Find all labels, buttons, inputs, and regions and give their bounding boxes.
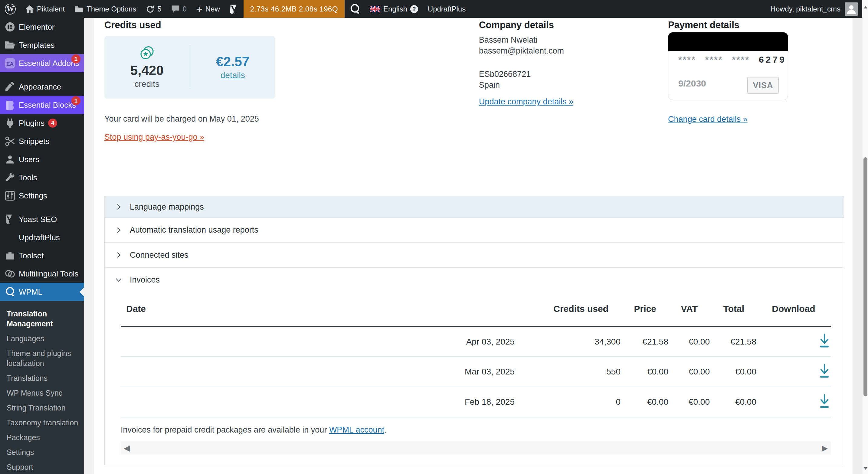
stop-pay-as-you-go-link[interactable]: Stop using pay-as-you-go » <box>104 132 204 142</box>
invoice-date: Apr 03, 2025 <box>121 326 515 357</box>
invoice-total: €21.58 <box>710 326 756 357</box>
submenu-item-taxonomy-translation[interactable]: Taxonomy translation <box>0 415 84 430</box>
qm-stats-text: 2.73s 46.2MB 2.08s 196Q <box>250 5 338 13</box>
sidebar-item-plugins[interactable]: Plugins4 <box>0 114 84 132</box>
company-country: Spain <box>479 80 660 90</box>
accordion-language-mappings[interactable]: Language mappings <box>105 196 844 218</box>
credits-unit-label: credits <box>135 78 159 90</box>
submenu-item-packages[interactable]: Packages <box>0 430 84 445</box>
sidebar-item-settings[interactable]: Settings <box>0 187 84 205</box>
download-invoice-button[interactable] <box>818 394 831 410</box>
scrollbar-up-icon[interactable] <box>864 4 867 8</box>
sidebar-item-users[interactable]: Users <box>0 150 84 168</box>
scrollbar-down-icon[interactable] <box>864 467 867 472</box>
card-charge-note: Your card will be charged on May 01, 202… <box>104 114 292 124</box>
wpml-icon <box>349 3 360 15</box>
submenu-item-translation-management[interactable]: Translation Management <box>0 307 84 331</box>
invoices-table: Date Credits used Price VAT Total Downlo… <box>121 292 831 417</box>
menu-separator <box>0 72 84 78</box>
download-invoice-button[interactable] <box>818 364 831 380</box>
language-switcher-menu[interactable]: English ? <box>365 0 423 18</box>
note-suffix: . <box>384 425 386 434</box>
update-company-details-link[interactable]: Update company details » <box>479 97 573 106</box>
wordpress-logo-icon: W <box>5 4 16 14</box>
company-details-title: Company details <box>479 19 660 31</box>
sidebar-item-essential-blocks[interactable]: Essential Blocks1 <box>0 96 84 114</box>
sidebar-item-updraftplus[interactable]: UpdraftPlus <box>0 228 84 247</box>
essential-addons-icon: EA <box>4 58 16 69</box>
credits-details-link[interactable]: details <box>221 70 245 81</box>
wp-logo-menu[interactable]: W <box>0 0 21 18</box>
avatar[interactable] <box>845 2 858 16</box>
accordion-invoices[interactable]: Invoices <box>105 268 844 292</box>
plus-icon: + <box>196 4 203 13</box>
sidebar-item-appearance[interactable]: Appearance <box>0 78 84 96</box>
note-prefix: Invoices for prepaid credit packages are… <box>121 425 329 434</box>
card-masked-group: **** <box>678 55 696 65</box>
elementor-icon <box>4 21 16 33</box>
card-number: **** **** **** 6279 <box>678 55 786 65</box>
sidebar-item-toolset[interactable]: Toolset <box>0 247 84 265</box>
sidebar-item-snippets[interactable]: Snippets <box>0 132 84 150</box>
change-card-details-link[interactable]: Change card details » <box>668 115 748 124</box>
accordion-label: Language mappings <box>130 202 204 212</box>
yoast-menu[interactable] <box>225 0 244 18</box>
prev-page-icon[interactable]: ◀ <box>124 441 130 455</box>
next-page-icon[interactable]: ▶ <box>822 441 828 455</box>
submenu-item-string-translation[interactable]: String Translation <box>0 401 84 415</box>
accordion-automatic-translation-usage-reports[interactable]: Automatic translation usage reports <box>105 218 844 243</box>
column-header-date: Date <box>121 292 515 326</box>
sidebar-item-label: Settings <box>19 191 47 200</box>
query-monitor-stats[interactable]: 2.73s 46.2MB 2.08s 196Q <box>244 0 345 18</box>
company-details-section: Company details Bassem Nwelati bassem@pi… <box>479 19 660 106</box>
credits-title: Credits used <box>104 19 292 31</box>
howdy-label[interactable]: Howdy, piktalent_cms <box>770 5 840 13</box>
sidebar-item-multilingual-tools[interactable]: Multilingual Tools <box>0 265 84 283</box>
company-gap <box>479 56 660 69</box>
updates-menu[interactable]: 5 <box>141 0 166 18</box>
sidebar-item-templates[interactable]: Templates <box>0 36 84 54</box>
sidebar-item-tools[interactable]: Tools <box>0 168 84 187</box>
update-count-badge: 1 <box>71 96 81 105</box>
submenu-item-languages[interactable]: Languages <box>0 331 84 346</box>
sidebar-item-yoast-seo[interactable]: Yoast SEO <box>0 210 84 228</box>
invoice-date: Feb 18, 2025 <box>121 387 515 417</box>
new-content-menu[interactable]: + New <box>191 0 225 18</box>
invoice-vat: €0.00 <box>668 387 710 417</box>
comments-menu[interactable]: 0 <box>166 0 191 18</box>
credit-card-preview: **** **** **** 6279 9/2030 VISA <box>668 32 788 100</box>
sidebar-item-label: Templates <box>19 40 55 50</box>
updraftplus-menu[interactable]: UpdraftPlus <box>423 0 470 18</box>
theme-options-menu[interactable]: Theme Options <box>70 0 141 18</box>
submenu-item-support[interactable]: Support <box>0 460 84 474</box>
sidebar-item-wpml[interactable]: WPML <box>0 283 84 301</box>
help-icon[interactable]: ? <box>410 5 418 13</box>
site-name-menu[interactable]: Piktalent <box>21 0 70 18</box>
scrollbar-thumb[interactable] <box>864 157 867 396</box>
invoice-download-cell <box>756 387 831 417</box>
update-count-badge: 4 <box>48 119 57 128</box>
prepaid-invoices-note: Invoices for prepaid credit packages are… <box>121 425 844 435</box>
page-scrollbar[interactable] <box>862 0 868 474</box>
accordion-headers: Language mappingsAutomatic translation u… <box>105 196 844 292</box>
templates-icon <box>4 39 16 51</box>
submenu-item-theme-and-plugins-localization[interactable]: Theme and plugins localization <box>0 346 84 371</box>
submenu-item-translations[interactable]: Translations <box>0 371 84 386</box>
download-invoice-button[interactable] <box>818 333 831 350</box>
company-contact-name: Bassem Nwelati <box>479 34 660 45</box>
sidebar-item-label: Yoast SEO <box>19 215 57 224</box>
submenu-item-settings[interactable]: Settings <box>0 445 84 460</box>
wpml-adminbar-menu[interactable] <box>345 0 365 18</box>
yoast-icon <box>4 214 16 225</box>
svg-text:EA: EA <box>6 61 14 67</box>
wpml-account-link[interactable]: WPML account <box>329 425 384 434</box>
download-icon <box>818 401 831 410</box>
sidebar-item-essential-addons[interactable]: EAEssential Addons1 <box>0 54 84 72</box>
card-brand-badge: VISA <box>747 77 779 94</box>
credits-coins-icon <box>139 45 155 62</box>
sidebar-item-elementor[interactable]: Elementor <box>0 18 84 36</box>
credits-cost-block: €2.57 details <box>190 36 276 99</box>
submenu-item-wp-menus-sync[interactable]: WP Menus Sync <box>0 386 84 401</box>
wpml-translation-management-page: W Piktalent Theme Options 5 <box>0 0 868 474</box>
accordion-connected-sites[interactable]: Connected sites <box>105 243 844 268</box>
